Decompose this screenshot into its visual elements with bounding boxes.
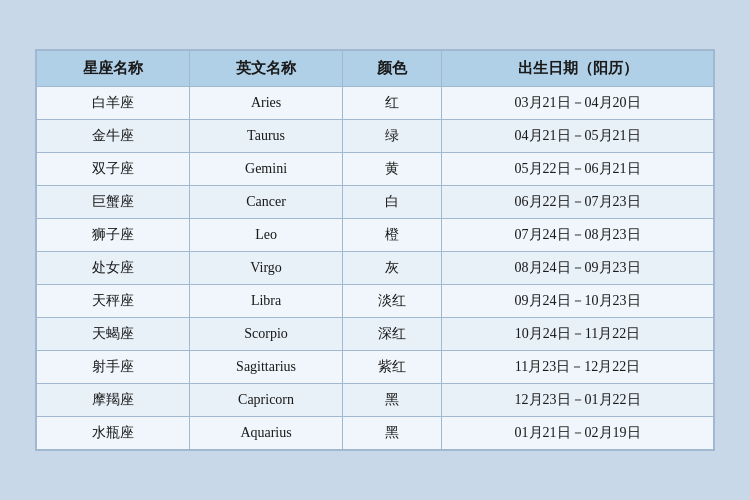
table-cell: 深红 (343, 318, 442, 351)
table-cell: 天秤座 (37, 285, 190, 318)
table-row: 摩羯座Capricorn黑12月23日－01月22日 (37, 384, 714, 417)
table-cell: 白 (343, 186, 442, 219)
table-cell: Sagittarius (190, 351, 343, 384)
table-cell: 淡红 (343, 285, 442, 318)
table-cell: Virgo (190, 252, 343, 285)
table-cell: Libra (190, 285, 343, 318)
table-cell: Aquarius (190, 417, 343, 450)
table-header-cell: 星座名称 (37, 51, 190, 87)
table-cell: 红 (343, 87, 442, 120)
table-row: 处女座Virgo灰08月24日－09月23日 (37, 252, 714, 285)
table-header-cell: 出生日期（阳历） (442, 51, 714, 87)
table-header-cell: 英文名称 (190, 51, 343, 87)
table-cell: Gemini (190, 153, 343, 186)
table-cell: 金牛座 (37, 120, 190, 153)
table-cell: Aries (190, 87, 343, 120)
table-row: 射手座Sagittarius紫红11月23日－12月22日 (37, 351, 714, 384)
table-cell: 狮子座 (37, 219, 190, 252)
table-cell: 白羊座 (37, 87, 190, 120)
table-cell: 巨蟹座 (37, 186, 190, 219)
table-cell: Cancer (190, 186, 343, 219)
table-cell: 橙 (343, 219, 442, 252)
table-cell: 双子座 (37, 153, 190, 186)
table-cell: 05月22日－06月21日 (442, 153, 714, 186)
table-cell: 摩羯座 (37, 384, 190, 417)
zodiac-table-container: 星座名称英文名称颜色出生日期（阳历） 白羊座Aries红03月21日－04月20… (35, 49, 715, 451)
table-cell: 黄 (343, 153, 442, 186)
table-cell: 绿 (343, 120, 442, 153)
table-cell: 07月24日－08月23日 (442, 219, 714, 252)
table-row: 水瓶座Aquarius黑01月21日－02月19日 (37, 417, 714, 450)
table-row: 金牛座Taurus绿04月21日－05月21日 (37, 120, 714, 153)
table-cell: 09月24日－10月23日 (442, 285, 714, 318)
table-cell: Leo (190, 219, 343, 252)
table-cell: Scorpio (190, 318, 343, 351)
table-row: 白羊座Aries红03月21日－04月20日 (37, 87, 714, 120)
table-cell: 灰 (343, 252, 442, 285)
zodiac-table: 星座名称英文名称颜色出生日期（阳历） 白羊座Aries红03月21日－04月20… (36, 50, 714, 450)
table-row: 狮子座Leo橙07月24日－08月23日 (37, 219, 714, 252)
table-cell: 08月24日－09月23日 (442, 252, 714, 285)
table-cell: 处女座 (37, 252, 190, 285)
table-row: 天秤座Libra淡红09月24日－10月23日 (37, 285, 714, 318)
table-cell: 天蝎座 (37, 318, 190, 351)
table-cell: 01月21日－02月19日 (442, 417, 714, 450)
table-cell: 11月23日－12月22日 (442, 351, 714, 384)
table-cell: 12月23日－01月22日 (442, 384, 714, 417)
table-cell: 04月21日－05月21日 (442, 120, 714, 153)
table-cell: Capricorn (190, 384, 343, 417)
table-row: 双子座Gemini黄05月22日－06月21日 (37, 153, 714, 186)
table-cell: 黑 (343, 417, 442, 450)
table-cell: 紫红 (343, 351, 442, 384)
table-row: 天蝎座Scorpio深红10月24日－11月22日 (37, 318, 714, 351)
table-header-row: 星座名称英文名称颜色出生日期（阳历） (37, 51, 714, 87)
table-cell: Taurus (190, 120, 343, 153)
table-cell: 03月21日－04月20日 (442, 87, 714, 120)
table-cell: 射手座 (37, 351, 190, 384)
table-row: 巨蟹座Cancer白06月22日－07月23日 (37, 186, 714, 219)
table-cell: 水瓶座 (37, 417, 190, 450)
table-cell: 10月24日－11月22日 (442, 318, 714, 351)
table-body: 白羊座Aries红03月21日－04月20日金牛座Taurus绿04月21日－0… (37, 87, 714, 450)
table-cell: 06月22日－07月23日 (442, 186, 714, 219)
table-cell: 黑 (343, 384, 442, 417)
table-header-cell: 颜色 (343, 51, 442, 87)
